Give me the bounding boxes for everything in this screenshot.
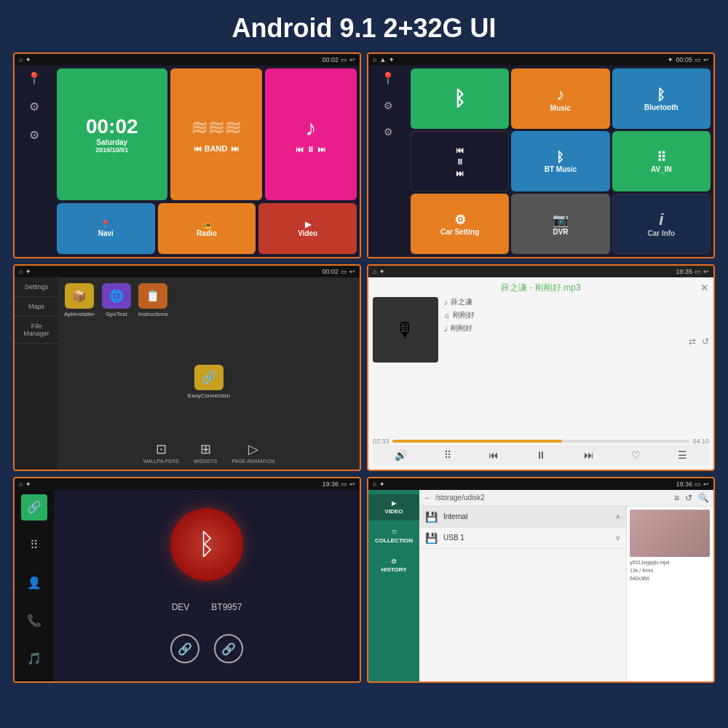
list-btn[interactable]: ☰ [678, 449, 687, 461]
navi-label: Navi [98, 229, 114, 237]
location-icon-s2[interactable]: 📍 [381, 71, 395, 85]
internal-expand-icon[interactable]: ∧ [615, 513, 620, 521]
tile-bluetooth-logo[interactable]: ᛒ [411, 68, 509, 129]
tile-clock[interactable]: 00:02 Saturday 2016/10/01 [57, 68, 167, 200]
menu-settings[interactable]: Settings [15, 277, 58, 297]
menu-maps[interactable]: Maps [15, 297, 58, 317]
tile-video[interactable]: ▶ Video [258, 203, 357, 254]
disk-icon: ♫ [444, 312, 450, 320]
close-btn[interactable]: ✕ [700, 282, 709, 293]
tile-car-info[interactable]: i Car Info [612, 194, 711, 254]
bt-logo-icon: ᛒ [454, 87, 466, 111]
pause-btn[interactable]: ⏸ [536, 449, 546, 461]
navi-icon: 📍 [100, 220, 111, 229]
progress-bar[interactable] [392, 440, 690, 443]
main-s1: 00:02 Saturday 2016/10/01 ≋≋≋ ⏮BAND⏭ ♪ ⏮… [54, 66, 360, 257]
time-s5: 19:36 [322, 480, 339, 488]
thumb-resolution: 640x368 [630, 576, 711, 581]
time-s3: 00:02 [322, 268, 339, 275]
back-s2[interactable]: ↩ [703, 56, 709, 63]
settings-icon-s1[interactable]: ⚙ [29, 100, 39, 114]
list-item-usb1[interactable]: 💾 USB 1 ∨ [419, 528, 626, 549]
back-arrow-fm[interactable]: ← [424, 494, 431, 502]
thumb-duration: 13s / 4min [630, 568, 711, 573]
search-fm-icon[interactable]: 🔍 [698, 493, 709, 503]
tile-av-in[interactable]: ⠿ AV_IN [612, 131, 711, 191]
eq-btn[interactable]: ⠿ [444, 449, 451, 461]
internal-drive-icon: 💾 [425, 511, 438, 523]
apps-area: 📦 ApkInstaller 🌐 GpsTest 📋 Instructions … [58, 277, 360, 469]
bt-button[interactable]: ᛒ [170, 508, 243, 581]
menu-filemanager[interactable]: File Manager [15, 317, 58, 344]
artist-row: ♪ 薛之谦 [444, 297, 709, 307]
bt-disconnect-btn[interactable]: 🔗 [214, 634, 243, 663]
heart-btn[interactable]: ♡ [631, 449, 641, 461]
nav-history[interactable]: ⏱ HISTORY [368, 553, 419, 579]
btn-page-anim[interactable]: ▷ PAGE ANIMATION [232, 441, 274, 464]
volume-btn[interactable]: 🔊 [395, 449, 407, 461]
tile-radio-waveform[interactable]: ≋≋≋ ⏮BAND⏭ [170, 68, 262, 200]
wallpapers-label: WALLPA-PERS [143, 459, 179, 464]
screen-music-player: ⌂ ✦ 19:35 ▭ ↩ 薛之谦 - 刚刚好.mp3 ✕ 🎙 ♪ 薛之谦 [367, 264, 715, 470]
back-s4[interactable]: ↩ [703, 268, 709, 275]
tile-navi[interactable]: 📍 Navi [57, 203, 155, 254]
fm-list: 💾 Internal ∧ 💾 USB 1 ∨ [419, 507, 626, 681]
nav-video[interactable]: ▶ VIDEO [368, 494, 419, 521]
usb1-expand-icon[interactable]: ∨ [615, 534, 620, 542]
prev-btn[interactable]: ⏮ [488, 449, 499, 461]
music-controls: ⏮⏸⏭ [296, 145, 325, 154]
bt-music-tab[interactable]: 🎵 [21, 646, 47, 672]
video-thumbnail[interactable] [630, 510, 710, 557]
bt-link-tab[interactable]: 🔗 [21, 494, 47, 521]
status-bar-3: ⌂ ✦ 00:02 ▭ ↩ [15, 266, 360, 277]
sort-icon[interactable]: ≡ [674, 493, 679, 503]
tile-music[interactable]: ♪ ⏮⏸⏭ [265, 68, 357, 200]
btmusic-label: BT Music [545, 165, 577, 173]
tile-car-setting[interactable]: ⚙ Car Setting [411, 194, 509, 254]
btn-widgets[interactable]: ⊞ WIDGETS [194, 441, 218, 464]
screen-home: ⌂ ✦ 00:02 ▭ ↩ 📍 ⚙ ⚙ 00:02 Saturday [13, 52, 361, 258]
home-icon-s2: ⌂ [373, 56, 376, 63]
tile-music-menu[interactable]: ♪ Music [511, 68, 609, 129]
filemanager-content: ▶ VIDEO ♡ COLLECTION ⏱ HISTORY ← /storag… [368, 490, 713, 681]
list-item-internal[interactable]: 💾 Internal ∧ [419, 507, 626, 528]
time-s4: 19:35 [676, 268, 692, 275]
tile-dvr[interactable]: 📷 DVR [511, 194, 609, 254]
power-icon-s2[interactable]: ⚙ [384, 126, 393, 138]
tile-bluetooth-menu[interactable]: ᛒ Bluetooth [612, 68, 711, 129]
tile-radio-bottom[interactable]: 📻 Radio [158, 203, 256, 254]
usb-icon-s2: ✦ [389, 56, 395, 63]
power-icon-s1[interactable]: ⚙ [29, 128, 39, 142]
next-btn[interactable]: ⏭ [584, 449, 594, 461]
bt-main: ᛒ DEV BT9957 🔗 🔗 [54, 490, 360, 681]
app-apkinstaller[interactable]: 📦 ApkInstaller [64, 283, 95, 317]
location-icon-s1[interactable]: 📍 [27, 71, 41, 85]
nav-collection[interactable]: ♡ COLLECTION [368, 523, 419, 550]
left-menu-s3: Settings Maps File Manager [15, 277, 58, 469]
back-s6[interactable]: ↩ [703, 480, 709, 488]
back-s5[interactable]: ↩ [349, 480, 355, 488]
bt-dial-tab[interactable]: ⠿ [21, 532, 47, 558]
status-bar-4: ⌂ ✦ 19:35 ▭ ↩ [368, 266, 713, 277]
btn-wallpapers[interactable]: ⊡ WALLPA-PERS [143, 441, 179, 464]
page-title: Android 9.1 2+32G UI [0, 0, 728, 52]
collection-nav-icon: ♡ [392, 529, 397, 536]
tile-playback[interactable]: ⏮⏸⏭ [411, 131, 509, 191]
refresh-icon[interactable]: ↺ [685, 493, 692, 503]
clock-day: Saturday [96, 138, 127, 146]
tile-bt-music[interactable]: ᛒ BT Music [511, 131, 609, 191]
repeat-icon[interactable]: ↺ [702, 336, 709, 347]
eq-icon-s2[interactable]: ⚙ [384, 100, 393, 111]
app-easyconnection[interactable]: 🔗 EasyConnection [64, 365, 354, 399]
bt-connect-btn[interactable]: 🔗 [170, 634, 199, 663]
back-s3[interactable]: ↩ [349, 268, 355, 275]
internal-label: Internal [443, 513, 467, 521]
collection-nav-label: COLLECTION [375, 537, 413, 544]
shuffle-icon[interactable]: ⇄ [689, 336, 696, 347]
app-instructions[interactable]: 📋 Instructions [138, 283, 168, 317]
easyconnection-label: EasyConnection [188, 392, 230, 399]
back-s1[interactable]: ↩ [349, 56, 355, 63]
bt-contacts-tab[interactable]: 👤 [21, 570, 47, 596]
app-gpstest[interactable]: 🌐 GpsTest [102, 283, 131, 317]
bt-calls-tab[interactable]: 📞 [21, 608, 47, 634]
